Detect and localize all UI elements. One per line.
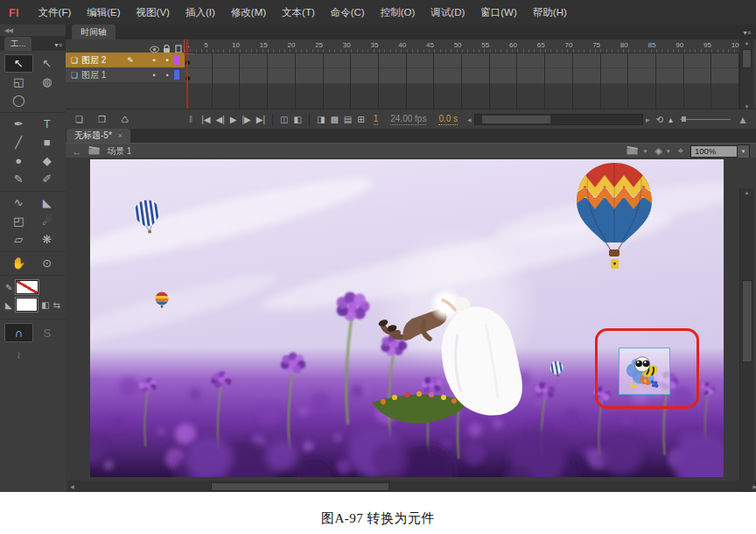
straighten-option[interactable]: ≀ [4, 345, 33, 364]
edit-multiple-frames-button[interactable]: ▩ [327, 115, 340, 124]
zoom-tool[interactable]: ⊙ [33, 254, 62, 272]
modify-markers-button[interactable]: ▤ [341, 115, 354, 124]
lasso-tool[interactable]: ◯ [4, 91, 33, 109]
timeline-v-scrollbar[interactable]: ▲ ▼ [739, 39, 753, 109]
scroll-up-icon[interactable]: ▲ [745, 40, 750, 46]
pen-tool[interactable]: ✒ [4, 115, 33, 133]
frame-rate-indicator[interactable]: 24.00 fps [390, 114, 426, 125]
free-transform-tool[interactable]: ◱ [4, 73, 33, 91]
goto-first-frame-button[interactable]: |◀ [199, 115, 213, 124]
edit-scene-icon[interactable] [626, 145, 639, 157]
eyedropper-tool[interactable]: ☄ [33, 212, 62, 230]
reset-timeline-zoom-button[interactable]: ⟲ [654, 115, 666, 124]
step-forward-button[interactable]: |▶ [239, 115, 253, 124]
layer-row[interactable]: ❏图层 1•• [66, 67, 185, 83]
stage-canvas[interactable] [90, 159, 724, 477]
zoom-dropdown-icon[interactable]: ▼ [738, 144, 750, 158]
play-button[interactable]: ▶ [228, 115, 240, 124]
oval-tool[interactable]: ● [4, 151, 33, 170]
menu-item[interactable]: 视图(V) [129, 6, 178, 19]
selected-symbol[interactable] [619, 348, 670, 395]
step-back-button[interactable]: ◀| [213, 115, 227, 124]
timeline-panel-menu-icon[interactable]: ▼≡ [742, 30, 756, 39]
frame-grid[interactable] [185, 53, 739, 109]
timeline-h-scrollbar[interactable]: ◀ ▶ [467, 114, 650, 125]
edit-symbols-icon[interactable]: ◈ [654, 145, 662, 157]
back-icon[interactable]: ← [72, 145, 82, 158]
edit-symbols-dropdown-icon[interactable]: ▼ [666, 149, 671, 154]
collapse-panel-icon[interactable]: ◀◀ [4, 27, 12, 33]
menu-item[interactable]: 编辑(E) [79, 6, 128, 19]
timeline-zoom-slider[interactable] [680, 119, 731, 120]
deco-tool[interactable]: ❋ [33, 230, 62, 249]
fill-color-swatch[interactable] [16, 298, 38, 312]
layer-visibility-dot[interactable]: • [149, 56, 159, 65]
layer-frame-row[interactable] [185, 53, 739, 68]
brush-tool[interactable]: ✐ [33, 170, 62, 188]
onion-skin-outlines-button[interactable]: ◨ [314, 115, 327, 124]
subselection-tool[interactable]: ↖ [33, 54, 62, 73]
menu-item[interactable]: 插入(I) [178, 6, 223, 19]
stroke-color-swatch[interactable] [16, 280, 38, 294]
menu-item[interactable]: 命令(C) [323, 6, 373, 19]
zoom-value-input[interactable]: 100% [690, 145, 738, 158]
3d-rotation-tool[interactable]: ◍ [33, 73, 62, 91]
timeline-v-scroll-thumb[interactable] [742, 49, 752, 68]
eraser-tool[interactable]: ▱ [4, 230, 33, 249]
layer-lock-dot[interactable]: • [162, 71, 172, 80]
menu-item[interactable]: 调试(D) [423, 6, 472, 19]
black-white-icon[interactable]: ◧ [41, 300, 49, 310]
layer-visibility-dot[interactable]: • [149, 71, 159, 80]
menu-item[interactable]: 窗口(W) [472, 6, 525, 19]
timeline-zoom-in-icon[interactable]: ▲ [735, 114, 751, 126]
stage-v-scrollbar[interactable]: ▲ ▼ [739, 188, 753, 492]
layer-name[interactable]: 图层 2 [81, 54, 106, 67]
menu-item[interactable]: 帮助(H) [525, 6, 575, 19]
stage-v-scroll-thumb[interactable] [742, 280, 752, 362]
center-stage-icon[interactable]: ⌖ [678, 145, 683, 157]
timeline-h-scroll-thumb[interactable] [482, 116, 550, 123]
panel-splitter-handle[interactable]: ‖ [186, 115, 195, 124]
elapsed-time-indicator[interactable]: 0.0 s [438, 114, 458, 125]
smooth-option[interactable]: S [33, 323, 62, 342]
timeline-zoom-out-icon[interactable]: ▴ [666, 115, 676, 124]
paint-bucket-tool[interactable]: ◣ [33, 193, 62, 212]
layer-row[interactable]: ❏图层 2✎•• [66, 53, 185, 68]
document-tab[interactable]: 无标题-5* × [66, 129, 130, 143]
scene-name[interactable]: 场景 1 [107, 145, 131, 158]
rectangle-tool[interactable]: ■ [33, 133, 62, 151]
frames-area[interactable]: 1510152025303540455055606570758085909510… [185, 39, 739, 109]
current-frame-indicator[interactable]: 1 [374, 114, 379, 125]
selection-tool[interactable]: ↖ [4, 54, 33, 73]
text-tool[interactable]: T [33, 115, 62, 133]
snap-to-objects-toggle[interactable]: ∩ [4, 323, 33, 342]
onion-skin-button[interactable]: ◧ [290, 115, 304, 124]
swap-colors-icon[interactable]: ⇆ [53, 300, 60, 310]
layer-frame-row[interactable] [185, 68, 739, 84]
hand-tool[interactable]: ✋ [4, 254, 33, 272]
tools-panel-menu-icon[interactable]: ▼≡ [53, 42, 61, 51]
tools-panel-title[interactable]: 工... [4, 37, 32, 51]
layer-name[interactable]: 图层 1 [81, 69, 106, 81]
layer-outline-color-swatch[interactable] [174, 55, 179, 65]
scroll-right-icon[interactable]: ▶ [646, 116, 650, 123]
layer-outline-color-swatch[interactable] [174, 70, 179, 80]
stage-h-scroll-thumb[interactable] [211, 482, 389, 491]
bone-tool[interactable]: ∿ [4, 193, 33, 212]
timeline-tab[interactable]: 时间轴 [72, 25, 116, 39]
scroll-left-icon[interactable]: ◀ [467, 116, 472, 123]
layer-lock-dot[interactable]: • [162, 56, 172, 65]
close-tab-icon[interactable]: × [118, 131, 122, 140]
new-folder-button[interactable]: ❐ [95, 115, 108, 124]
layer-edit-pencil-icon[interactable]: ✎ [125, 56, 136, 65]
goto-last-frame-button[interactable]: ▶| [254, 115, 268, 124]
scroll-left-icon[interactable]: ◀ [70, 483, 74, 489]
menu-item[interactable]: 控制(O) [373, 6, 424, 19]
line-tool[interactable]: ╱ [4, 133, 33, 151]
menu-item[interactable]: 文本(T) [274, 6, 323, 19]
menu-item[interactable]: 文件(F) [31, 6, 80, 19]
center-frame-button[interactable]: ◫ [277, 115, 290, 124]
polystar-tool[interactable]: ◆ [33, 151, 62, 170]
ink-bottle-tool[interactable]: ◰ [4, 212, 33, 230]
pencil-tool[interactable]: ✎ [4, 170, 33, 188]
